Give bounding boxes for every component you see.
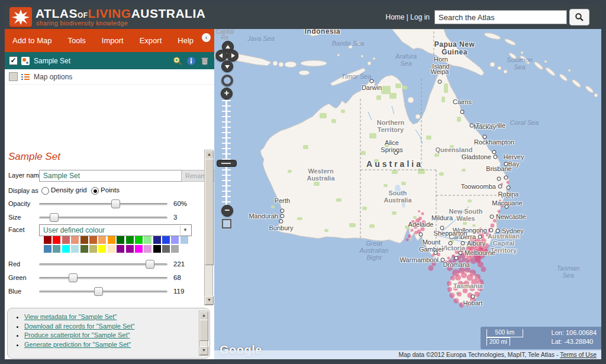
zoom-in-button[interactable]: + — [221, 88, 233, 99]
colour-swatch[interactable] — [126, 236, 134, 244]
zoom-slider-thumb[interactable] — [217, 160, 237, 167]
search-button[interactable] — [569, 9, 589, 25]
colour-swatch[interactable] — [171, 236, 179, 244]
colour-swatch[interactable] — [89, 245, 97, 253]
panel-collapse-button[interactable]: ‹ — [202, 33, 211, 42]
zoom-to-layer-icon[interactable] — [173, 56, 182, 66]
layer-row-sample-set[interactable]: ✓ Sample Set — [5, 52, 214, 69]
menu-tools[interactable]: Tools — [68, 36, 86, 45]
colour-swatch[interactable] — [98, 236, 106, 244]
blue-slider[interactable] — [39, 291, 167, 293]
layer-info-icon[interactable] — [186, 56, 196, 66]
map-canvas[interactable]: IndonesiaPapua New GuineaAustraliaJava S… — [214, 29, 601, 359]
colour-swatch[interactable] — [144, 245, 152, 253]
menu-export[interactable]: Export — [140, 36, 162, 45]
sample-point — [432, 262, 436, 266]
colour-swatch[interactable] — [80, 245, 88, 253]
colour-swatch[interactable] — [108, 245, 115, 253]
colour-swatch[interactable] — [62, 245, 70, 253]
city-marker — [281, 214, 285, 218]
colour-swatch[interactable] — [62, 236, 70, 244]
city-marker — [460, 110, 465, 114]
colour-swatch[interactable] — [180, 236, 188, 244]
panel-link[interactable]: Produce scatterplot for "Sample Set" — [24, 331, 130, 339]
search-input[interactable] — [435, 11, 566, 24]
colour-swatch[interactable] — [53, 236, 60, 244]
panel-link[interactable]: View metadata for "Sample Set" — [24, 313, 117, 320]
size-slider[interactable] — [39, 217, 167, 219]
zoom-slider-track[interactable] — [222, 100, 231, 207]
links-scrollbar[interactable]: ▲ ▼ — [199, 311, 208, 356]
facet-select[interactable]: User defined colour ▼ — [39, 224, 192, 236]
delete-layer-icon[interactable] — [200, 56, 209, 66]
reset-view-button[interactable] — [221, 75, 233, 86]
colour-swatch[interactable] — [44, 236, 51, 244]
colour-swatch[interactable] — [80, 236, 88, 244]
layer-visibility-checkbox[interactable]: ✓ — [9, 56, 18, 65]
zoom-out-button[interactable]: − — [221, 205, 233, 217]
menu-add-to-map[interactable]: Add to Map — [12, 36, 52, 45]
radio-density-grid[interactable] — [41, 187, 49, 195]
map-options-checkbox[interactable] — [9, 72, 18, 81]
colour-swatch[interactable] — [135, 245, 143, 253]
layer-actions-box: View metadata for "Sample Set"Download a… — [7, 308, 210, 359]
green-slider-thumb[interactable] — [69, 273, 78, 282]
city-marker — [490, 215, 494, 219]
panel-link[interactable]: Download all records for "Sample Set" — [24, 323, 134, 330]
scroll-down-button[interactable]: ▼ — [205, 296, 214, 305]
colour-swatch[interactable] — [126, 245, 134, 253]
size-row: Size 3 — [5, 212, 214, 225]
city-marker — [394, 151, 398, 155]
colour-swatch[interactable] — [71, 236, 79, 244]
scroll-up-button[interactable]: ▲ — [199, 311, 208, 320]
scrollbar-thumb[interactable] — [199, 320, 208, 341]
opacity-slider-thumb[interactable] — [111, 199, 120, 208]
layer-name-input[interactable] — [39, 170, 184, 182]
colour-swatch[interactable] — [44, 245, 51, 253]
settings-scrollbar[interactable]: ▲ ▼ — [204, 150, 213, 305]
map-options-row[interactable]: Map options — [5, 69, 214, 85]
blue-row: Blue 119 — [5, 286, 214, 299]
pan-left-button[interactable] — [215, 50, 227, 62]
colour-swatch[interactable] — [162, 245, 170, 253]
city-marker — [507, 186, 511, 190]
colour-swatch[interactable] — [53, 245, 60, 253]
sample-point — [507, 181, 510, 184]
colour-swatch[interactable] — [171, 245, 179, 253]
menu-import[interactable]: Import — [102, 36, 124, 45]
city-marker — [434, 251, 438, 255]
opacity-slider[interactable] — [39, 203, 167, 205]
colour-swatch[interactable] — [98, 245, 106, 253]
scrollbar-thumb[interactable] — [205, 159, 214, 265]
sample-point — [418, 217, 422, 220]
radio-points[interactable] — [91, 187, 99, 195]
red-slider[interactable] — [39, 263, 167, 266]
ala-logo[interactable]: ATLASOFLIVINGAUSTRALIA sharing biodivers… — [9, 7, 258, 29]
colour-swatch[interactable] — [153, 236, 161, 244]
pan-down-button[interactable] — [221, 60, 233, 72]
menu-help[interactable]: Help — [178, 36, 194, 45]
panel-link[interactable]: Generate prediction for "Sample Set" — [24, 341, 131, 348]
colour-swatch[interactable] — [108, 236, 115, 244]
colour-swatch[interactable] — [117, 236, 124, 244]
sample-point — [450, 293, 455, 298]
colour-swatch[interactable] — [162, 236, 170, 244]
colour-swatch[interactable] — [71, 245, 79, 253]
colour-swatch[interactable] — [135, 236, 143, 244]
colour-swatch[interactable] — [117, 245, 124, 253]
chevron-down-icon: ▼ — [180, 226, 190, 234]
colour-swatch[interactable] — [153, 245, 161, 253]
colour-swatch[interactable] — [144, 236, 152, 244]
blue-slider-thumb[interactable] — [94, 287, 103, 296]
scroll-down-button[interactable]: ▼ — [199, 346, 208, 355]
scroll-up-button[interactable]: ▲ — [205, 150, 214, 159]
sample-point — [484, 243, 489, 248]
red-slider-thumb[interactable] — [146, 260, 154, 269]
terms-of-use-link[interactable]: Terms of Use — [560, 351, 597, 358]
home-login-links[interactable]: Home | Log in — [386, 13, 430, 21]
size-slider-thumb[interactable] — [50, 213, 59, 222]
colour-swatch[interactable] — [89, 236, 97, 244]
pan-right-button[interactable] — [227, 50, 238, 62]
overview-map-button[interactable] — [222, 219, 231, 228]
green-slider[interactable] — [39, 277, 167, 279]
